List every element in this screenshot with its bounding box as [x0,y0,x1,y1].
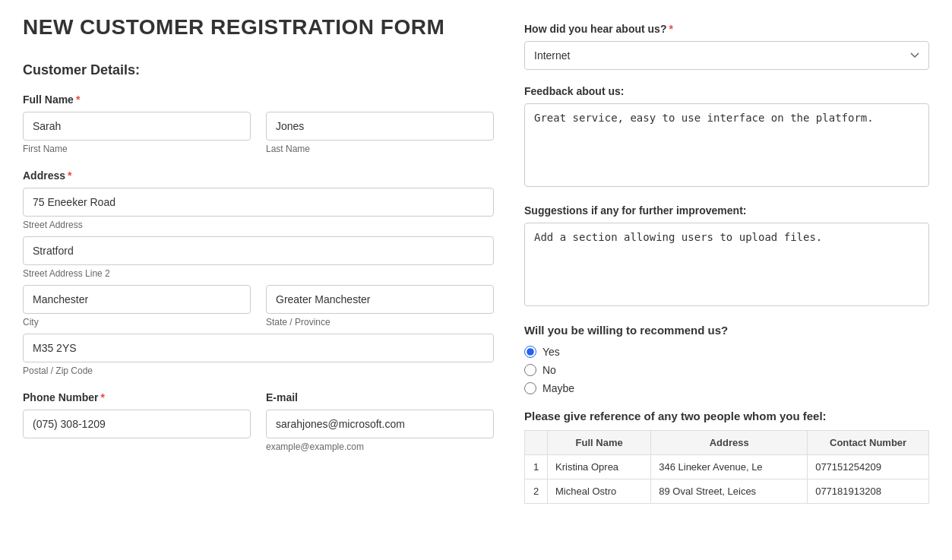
email-placeholder-hint: example@example.com [266,441,494,452]
first-name-input[interactable] [23,112,251,141]
row-contact: 077151254209 [808,455,929,479]
street-address2-input[interactable] [23,236,494,265]
table-header-row: Full Name Address Contact Number [525,431,929,455]
state-input[interactable] [266,285,494,314]
last-name-sublabel: Last Name [266,144,494,154]
radio-maybe-label: Maybe [542,382,574,394]
row-num: 2 [525,479,548,504]
feedback-section: Feedback about us: Great service, easy t… [524,85,929,189]
page-container: NEW CUSTOMER REGISTRATION FORM Customer … [0,0,952,560]
full-name-group: Full Name* First Name Last Name [23,93,494,154]
zip-input[interactable] [23,334,494,362]
recommend-section: Will you be willing to recommend us? Yes… [524,324,929,394]
hear-section: How did you hear about us?* Internet Soc… [524,23,929,70]
first-name-sublabel: First Name [23,144,251,154]
phone-group: Phone Number* [23,391,251,452]
table-row: 2 Micheal Ostro 89 Oval Street, Leices 0… [525,479,929,504]
table-header-num [525,431,548,455]
zip-field: Postal / Zip Code [23,334,494,376]
street-address-field: Street Address [23,188,494,230]
row-num: 1 [525,455,548,479]
suggestions-label: Suggestions if any for further improveme… [524,204,929,217]
address-label: Address* [23,169,494,182]
phone-label: Phone Number* [23,391,251,403]
address-group: Address* Street Address Street Address L… [23,169,494,376]
section-label: Customer Details: [23,62,494,78]
street-address-sublabel: Street Address [23,220,494,230]
table-header-address: Address [651,431,808,455]
state-sublabel: State / Province [266,317,494,327]
hear-select[interactable]: Internet Social Media Friend Advertiseme… [524,41,929,70]
radio-no-input[interactable] [524,364,536,376]
first-name-field: First Name [23,112,251,154]
row-address: 346 Lineker Avenue, Le [651,455,808,479]
last-name-field: Last Name [266,112,494,154]
street-address2-sublabel: Street Address Line 2 [23,268,494,279]
city-sublabel: City [23,317,251,327]
street-address2-field: Street Address Line 2 [23,236,494,279]
recommend-radio-group: Yes No Maybe [524,346,929,394]
right-column: How did you hear about us?* Internet Soc… [524,15,929,545]
table-header-contact: Contact Number [808,431,929,455]
recommend-label: Will you be willing to recommend us? [524,324,929,337]
suggestions-textarea[interactable]: Add a section allowing users to upload f… [524,223,929,306]
phone-email-row: Phone Number* E-mail example@example.com [23,391,494,452]
reference-label: Please give reference of any two people … [524,410,929,422]
radio-no[interactable]: No [524,364,929,376]
radio-yes-input[interactable] [524,346,536,358]
suggestions-section: Suggestions if any for further improveme… [524,204,929,308]
radio-yes[interactable]: Yes [524,346,929,358]
table-header-name: Full Name [548,431,651,455]
hear-label: How did you hear about us?* [524,23,929,35]
reference-table: Full Name Address Contact Number 1 Krist… [524,430,929,504]
feedback-label: Feedback about us: [524,85,929,97]
last-name-input[interactable] [266,112,494,141]
city-input[interactable] [23,285,251,314]
email-input[interactable] [266,410,494,438]
table-row: 1 Kristina Oprea 346 Lineker Avenue, Le … [525,455,929,479]
radio-maybe[interactable]: Maybe [524,382,929,394]
row-contact: 077181913208 [808,479,929,504]
row-name: Micheal Ostro [548,479,651,504]
zip-sublabel: Postal / Zip Code [23,365,494,376]
form-title: NEW CUSTOMER REGISTRATION FORM [23,15,494,40]
radio-no-label: No [542,364,556,376]
full-name-row: First Name Last Name [23,112,494,154]
radio-yes-label: Yes [542,346,560,358]
email-group: E-mail example@example.com [266,391,494,452]
city-state-row: City State / Province [23,285,494,327]
city-field: City [23,285,251,327]
row-address: 89 Oval Street, Leices [651,479,808,504]
street-address-input[interactable] [23,188,494,217]
row-name: Kristina Oprea [548,455,651,479]
feedback-textarea[interactable]: Great service, easy to use interface on … [524,103,929,187]
phone-input[interactable] [23,410,251,438]
state-field: State / Province [266,285,494,327]
left-column: NEW CUSTOMER REGISTRATION FORM Customer … [23,15,494,545]
email-label: E-mail [266,391,494,403]
full-name-label: Full Name* [23,93,494,106]
reference-section: Please give reference of any two people … [524,410,929,504]
radio-maybe-input[interactable] [524,382,536,394]
